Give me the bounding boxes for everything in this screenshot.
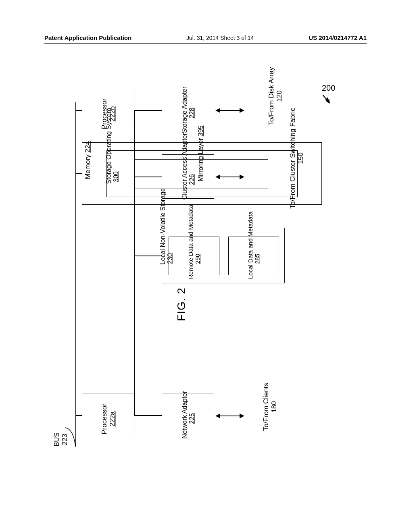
- header-left: Patent Application Publication: [44, 34, 131, 41]
- local-data-label: Local Data and Metadata285: [247, 239, 261, 279]
- svg-marker-12: [240, 414, 244, 418]
- double-arrow-icon: [215, 173, 244, 181]
- figure-caption: FIG. 2: [175, 287, 188, 321]
- svg-marker-8: [215, 175, 220, 179]
- storage-os-label: Storage Operating System300: [105, 169, 120, 184]
- svg-marker-5: [215, 108, 220, 113]
- storage-adapter-label: Storage Adapter228: [181, 93, 196, 133]
- bus-stub: [134, 110, 162, 111]
- ref-200: 200: [322, 83, 335, 93]
- remote-data-label: Remote Data and Metadata290: [187, 239, 201, 279]
- tofrom-disk-label: To/From Disk Array120: [267, 67, 283, 125]
- bus-line: [75, 102, 76, 447]
- header-right: US 2014/0214772 A1: [309, 34, 367, 41]
- network-adapter-label: Network Adapter225: [181, 398, 196, 438]
- ref-200-arrow-icon: [320, 93, 332, 105]
- bus-stub: [76, 173, 82, 174]
- double-arrow-icon: [215, 412, 244, 420]
- bus-stub: [134, 415, 162, 416]
- tofrom-cluster-label: To/From Cluster Switching Fabric150: [289, 108, 305, 208]
- tofrom-clients-label: To/From Clients180: [262, 383, 278, 431]
- memory-label: Memory 224: [84, 167, 92, 179]
- svg-marker-9: [240, 175, 244, 179]
- svg-marker-11: [215, 414, 220, 418]
- page-header: Patent Application Publication Jul. 31, …: [0, 34, 413, 44]
- diagram-fig2: 200 BUS223 Processor222b Memory 224 Stor…: [44, 79, 369, 470]
- svg-marker-6: [240, 108, 244, 113]
- bus-stub: [76, 110, 82, 111]
- bus-connector-curve-icon: [65, 426, 79, 448]
- double-arrow-icon: [215, 107, 244, 114]
- cluster-adapter-label: Cluster Access Adapter226: [181, 159, 196, 200]
- bus-stub: [134, 256, 162, 256]
- bus-stub: [76, 415, 82, 416]
- processor-222a-label: Processor222a: [100, 400, 116, 438]
- header-center: Jul. 31, 2014 Sheet 3 of 14: [186, 35, 254, 41]
